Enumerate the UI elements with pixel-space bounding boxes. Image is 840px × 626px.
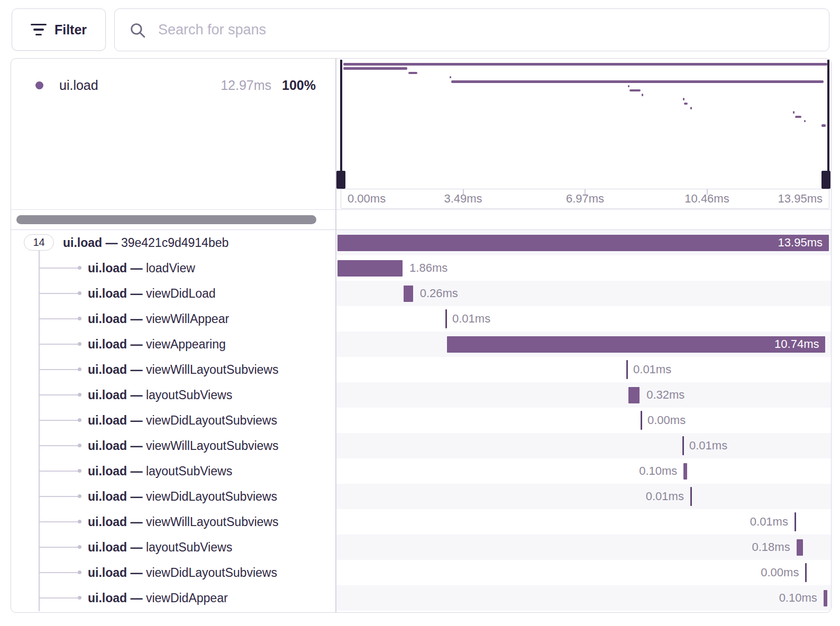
span-label: ui.load — viewDidLayoutSubviews	[88, 413, 277, 428]
search-input[interactable]	[157, 21, 815, 39]
tree-connector-dot	[78, 494, 81, 498]
tree-connector-horizontal	[39, 344, 79, 345]
span-tick[interactable]	[682, 436, 684, 455]
span-row[interactable]: ui.load — viewWillLayoutSubviews0.01ms	[11, 357, 831, 382]
tree-connector-dot	[78, 393, 81, 397]
span-row[interactable]: ui.load — layoutSubViews0.10ms	[11, 458, 831, 484]
span-label: ui.load — 39e421c9d4914beb	[63, 236, 229, 250]
minimap-span-line	[793, 111, 795, 114]
tree-connector-dot	[78, 291, 81, 295]
span-tick[interactable]	[805, 563, 807, 582]
span-label: ui.load — viewWillLayoutSubviews	[88, 515, 278, 529]
span-label: ui.load — loadView	[88, 261, 195, 275]
span-bar[interactable]	[797, 539, 803, 556]
tree-connector-dot	[78, 317, 81, 320]
tree-connector-horizontal	[39, 471, 79, 472]
axis-tick-mark	[707, 189, 708, 195]
minimap-right-drag-handle[interactable]	[821, 171, 830, 189]
op-duration: 12.97ms	[221, 78, 271, 93]
span-duration-label: 13.95ms	[778, 236, 823, 250]
span-label: ui.load — layoutSubViews	[88, 464, 232, 478]
waterfall-cell: 0.01ms	[337, 357, 829, 382]
tree-connector-horizontal	[39, 293, 79, 294]
trace-minimap[interactable]	[336, 59, 832, 189]
span-row[interactable]: ui.load — viewDidLayoutSubviews0.01ms	[11, 484, 831, 509]
span-row[interactable]: ui.load — viewWillAppear0.01ms	[11, 306, 831, 332]
trace-span-viewer: Filter ui.load 12.97ms 100% 0.00ms3.49ms…	[0, 0, 840, 626]
span-label: ui.load — viewDidLayoutSubviews	[88, 566, 277, 580]
horizontal-scrollbar[interactable]	[16, 215, 316, 224]
panel-divider	[335, 59, 336, 612]
span-duration-label: 0.00ms	[647, 413, 686, 427]
tree-connector-vertical	[39, 251, 40, 611]
span-row[interactable]: ui.load — viewDidLayoutSubviews0.00ms	[11, 560, 831, 585]
time-axis: 0.00ms3.49ms6.97ms10.46ms13.95ms	[341, 189, 829, 209]
span-row[interactable]: ui.load — viewDidLoad0.26ms	[11, 281, 831, 306]
op-percent: 100%	[282, 78, 316, 93]
ops-breakdown-row: ui.load 12.97ms 100%	[35, 78, 316, 93]
span-bar[interactable]	[683, 463, 687, 480]
span-bar[interactable]	[337, 235, 829, 251]
span-tick[interactable]	[626, 360, 628, 379]
span-bar[interactable]	[628, 387, 640, 403]
tree-connector-horizontal	[39, 496, 79, 497]
axis-tick-mark	[463, 189, 464, 195]
span-row[interactable]: ui.load — viewWillLayoutSubviews0.01ms	[11, 509, 831, 535]
tree-connector-horizontal	[39, 394, 79, 395]
tree-connector-dot	[78, 545, 81, 549]
span-bar[interactable]	[337, 260, 403, 277]
op-color-dot	[35, 81, 43, 89]
span-label: ui.load — viewDidLayoutSubviews	[88, 490, 277, 504]
span-row[interactable]: ui.load — viewWillLayoutSubviews0.01ms	[11, 433, 831, 458]
span-tick[interactable]	[641, 411, 642, 430]
minimap-span-line	[821, 124, 825, 127]
tree-connector-dot	[78, 444, 81, 447]
span-duration-label: 0.00ms	[761, 566, 799, 579]
span-row[interactable]: 14ui.load — 39e421c9d4914beb13.95ms	[11, 230, 831, 255]
span-label: ui.load — layoutSubViews	[88, 388, 232, 402]
span-bar[interactable]	[447, 336, 826, 353]
span-tick[interactable]	[795, 512, 796, 531]
waterfall-cell: 0.01ms	[337, 509, 829, 535]
span-tick[interactable]	[445, 309, 447, 328]
span-duration-label: 0.01ms	[689, 439, 727, 453]
span-row[interactable]: ui.load — layoutSubViews0.32ms	[11, 382, 831, 408]
minimap-span-line	[690, 107, 692, 109]
axis-tick-label: 13.95ms	[778, 192, 823, 206]
tree-connector-horizontal	[39, 445, 79, 446]
span-label: ui.load — viewDidAppear	[88, 591, 228, 605]
tree-connector-dot	[78, 469, 81, 473]
span-row[interactable]: ui.load — viewAppearing10.74ms	[11, 332, 831, 357]
span-row[interactable]: ui.load — viewDidAppear0.10ms	[11, 585, 831, 611]
minimap-span-line	[451, 80, 824, 83]
span-duration-label: 0.26ms	[420, 287, 458, 300]
waterfall-cell: 10.74ms	[337, 332, 829, 357]
span-bar[interactable]	[824, 590, 827, 606]
span-row[interactable]: ui.load — layoutSubViews0.18ms	[11, 535, 831, 560]
waterfall-cell: 0.01ms	[337, 306, 829, 332]
minimap-left-drag-handle[interactable]	[336, 171, 345, 189]
tree-connector-dot	[78, 570, 81, 574]
tree-connector-dot	[78, 520, 81, 523]
tree-connector-dot	[78, 418, 81, 422]
tree-connector-horizontal	[39, 420, 79, 421]
axis-tick-mark	[585, 189, 586, 195]
span-row[interactable]: ui.load — viewDidLayoutSubviews0.00ms	[11, 408, 831, 433]
tree-connector-horizontal	[39, 369, 79, 370]
span-label: ui.load — viewAppearing	[88, 337, 226, 352]
child-count-badge[interactable]: 14	[24, 234, 54, 251]
span-bar[interactable]	[404, 286, 413, 302]
axis-tick-label: 0.00ms	[348, 192, 386, 206]
waterfall-cell: 0.10ms	[337, 585, 829, 611]
span-label: ui.load — viewWillAppear	[88, 312, 229, 326]
minimap-span-line	[343, 63, 827, 66]
filter-button[interactable]: Filter	[12, 8, 106, 51]
search-icon	[129, 21, 147, 39]
span-row[interactable]: ui.load — loadView1.86ms	[11, 255, 831, 281]
waterfall-cell: 0.18ms	[337, 535, 829, 560]
span-duration-label: 0.10ms	[639, 464, 677, 478]
span-duration-label: 0.10ms	[779, 591, 817, 605]
minimap-span-line	[683, 98, 684, 100]
waterfall-cell: 0.00ms	[337, 408, 829, 433]
span-tick[interactable]	[690, 487, 692, 506]
